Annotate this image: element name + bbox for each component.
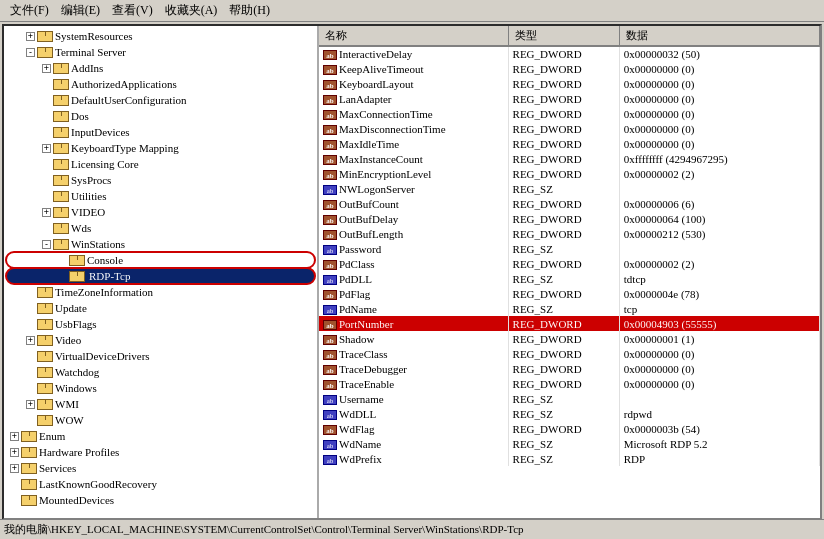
tree-item-wds[interactable]: Wds xyxy=(6,220,315,236)
table-row[interactable]: abTraceDebuggerREG_DWORD0x00000000 (0) xyxy=(319,361,820,376)
registry-tree[interactable]: +SystemResources-Terminal Server+AddInsA… xyxy=(4,26,319,518)
tree-item-lastkown[interactable]: LastKnownGoodRecovery xyxy=(6,476,315,492)
table-row[interactable]: abWdPrefixREG_SZRDP xyxy=(319,451,820,466)
tree-item-video2[interactable]: +Video xyxy=(6,332,315,348)
menu-file[interactable]: 文件(F) xyxy=(4,0,55,21)
table-row[interactable]: abUsernameREG_SZ xyxy=(319,391,820,406)
tree-item-utilities[interactable]: Utilities xyxy=(6,188,315,204)
tree-item-licensing[interactable]: Licensing Core xyxy=(6,156,315,172)
reg-name: abLanAdapter xyxy=(319,91,508,106)
tree-item-wow[interactable]: WOW xyxy=(6,412,315,428)
tree-item-label: Update xyxy=(55,302,87,314)
table-row[interactable]: abMaxIdleTimeREG_DWORD0x00000000 (0) xyxy=(319,136,820,151)
table-row[interactable]: abPdFlagREG_DWORD0x0000004e (78) xyxy=(319,286,820,301)
table-row[interactable]: abPortNumberREG_DWORD0x00004903 (55555) xyxy=(319,316,820,331)
tree-item-label: LastKnownGoodRecovery xyxy=(39,478,157,490)
table-row[interactable]: abShadowREG_DWORD0x00000001 (1) xyxy=(319,331,820,346)
expand-btn[interactable]: + xyxy=(42,208,51,217)
tree-item-mounteddev[interactable]: MountedDevices xyxy=(6,492,315,508)
table-row[interactable]: abWdNameREG_SZMicrosoft RDP 5.2 xyxy=(319,436,820,451)
tree-item-authapps[interactable]: AuthorizedApplications xyxy=(6,76,315,92)
expand-btn[interactable]: + xyxy=(10,464,19,473)
menu-edit[interactable]: 编辑(E) xyxy=(55,0,106,21)
tree-item-update[interactable]: Update xyxy=(6,300,315,316)
tree-item-dos[interactable]: Dos xyxy=(6,108,315,124)
reg-type-icon: ab xyxy=(323,65,337,75)
folder-icon xyxy=(53,142,69,154)
reg-data: 0x00000000 (0) xyxy=(619,106,819,121)
menu-view[interactable]: 查看(V) xyxy=(106,0,159,21)
expand-btn[interactable]: + xyxy=(42,144,51,153)
folder-icon xyxy=(37,350,53,362)
reg-type-icon: ab xyxy=(323,350,337,360)
table-row[interactable]: abWdDLLREG_SZrdpwd xyxy=(319,406,820,421)
expand-btn[interactable]: + xyxy=(10,432,19,441)
table-row[interactable]: abMaxDisconnectionTimeREG_DWORD0x0000000… xyxy=(319,121,820,136)
table-row[interactable]: abKeepAliveTimeoutREG_DWORD0x00000000 (0… xyxy=(319,61,820,76)
tree-item-windows[interactable]: Windows xyxy=(6,380,315,396)
table-row[interactable]: abNWLogonServerREG_SZ xyxy=(319,181,820,196)
table-row[interactable]: abPdClassREG_DWORD0x00000002 (2) xyxy=(319,256,820,271)
status-bar: 我的电脑\HKEY_LOCAL_MACHINE\SYSTEM\CurrentCo… xyxy=(0,519,824,539)
table-row[interactable]: abOutBufLengthREG_DWORD0x00000212 (530) xyxy=(319,226,820,241)
tree-item-kbtype[interactable]: +KeyboardType Mapping xyxy=(6,140,315,156)
reg-type: REG_SZ xyxy=(508,301,619,316)
expand-btn[interactable]: + xyxy=(10,448,19,457)
tree-item-label: InputDevices xyxy=(71,126,130,138)
folder-icon xyxy=(53,158,69,170)
tree-item-console[interactable]: Console xyxy=(6,252,315,268)
tree-item-label: Services xyxy=(39,462,76,474)
tree-item-sysres[interactable]: +SystemResources xyxy=(6,28,315,44)
reg-type-icon: ab xyxy=(323,305,337,315)
tree-item-tzinfo[interactable]: TimeZoneInformation xyxy=(6,284,315,300)
tree-item-hwprofiles[interactable]: +Hardware Profiles xyxy=(6,444,315,460)
col-data[interactable]: 数据 xyxy=(619,26,819,46)
table-row[interactable]: abMaxConnectionTimeREG_DWORD0x00000000 (… xyxy=(319,106,820,121)
menu-favorites[interactable]: 收藏夹(A) xyxy=(159,0,224,21)
tree-item-label: Console xyxy=(87,254,123,266)
expand-btn[interactable]: + xyxy=(42,64,51,73)
reg-data: 0x00000002 (2) xyxy=(619,166,819,181)
table-row[interactable]: abKeyboardLayoutREG_DWORD0x00000000 (0) xyxy=(319,76,820,91)
menu-bar: 文件(F) 编辑(E) 查看(V) 收藏夹(A) 帮助(H) xyxy=(0,0,824,22)
expand-btn[interactable]: + xyxy=(26,400,35,409)
table-row[interactable]: abPdNameREG_SZtcp xyxy=(319,301,820,316)
tree-item-video[interactable]: +VIDEO xyxy=(6,204,315,220)
table-row[interactable]: abMaxInstanceCountREG_DWORD0xffffffff (4… xyxy=(319,151,820,166)
table-row[interactable]: abInteractiveDelayREG_DWORD0x00000032 (5… xyxy=(319,46,820,61)
col-name[interactable]: 名称 xyxy=(319,26,508,46)
folder-icon xyxy=(53,190,69,202)
folder-icon xyxy=(53,94,69,106)
tree-item-usbflags[interactable]: UsbFlags xyxy=(6,316,315,332)
table-row[interactable]: abOutBufCountREG_DWORD0x00000006 (6) xyxy=(319,196,820,211)
table-row[interactable]: abPasswordREG_SZ xyxy=(319,241,820,256)
tree-item-watchdog[interactable]: Watchdog xyxy=(6,364,315,380)
registry-values-panel[interactable]: 名称 类型 数据 abInteractiveDelayREG_DWORD0x00… xyxy=(319,26,820,518)
tree-item-winstations[interactable]: -WinStations xyxy=(6,236,315,252)
col-type[interactable]: 类型 xyxy=(508,26,619,46)
table-row[interactable]: abOutBufDelayREG_DWORD0x00000064 (100) xyxy=(319,211,820,226)
tree-item-vdd[interactable]: VirtualDeviceDrivers xyxy=(6,348,315,364)
tree-item-rdp-tcp[interactable]: RDP-Tcp xyxy=(6,268,315,284)
table-row[interactable]: abWdFlagREG_DWORD0x0000003b (54) xyxy=(319,421,820,436)
table-row[interactable]: abMinEncryptionLevelREG_DWORD0x00000002 … xyxy=(319,166,820,181)
menu-help[interactable]: 帮助(H) xyxy=(223,0,276,21)
expand-btn[interactable]: + xyxy=(26,32,35,41)
table-row[interactable]: abLanAdapterREG_DWORD0x00000000 (0) xyxy=(319,91,820,106)
table-row[interactable]: abPdDLLREG_SZtdtcp xyxy=(319,271,820,286)
tree-item-services[interactable]: +Services xyxy=(6,460,315,476)
tree-item-wmi[interactable]: +WMI xyxy=(6,396,315,412)
collapse-btn[interactable]: - xyxy=(42,240,51,249)
table-row[interactable]: abTraceEnableREG_DWORD0x00000000 (0) xyxy=(319,376,820,391)
collapse-btn[interactable]: - xyxy=(26,48,35,57)
tree-item-inputdev[interactable]: InputDevices xyxy=(6,124,315,140)
tree-item-sysprocs[interactable]: SysProcs xyxy=(6,172,315,188)
tree-item-label: Utilities xyxy=(71,190,106,202)
tree-item-enum[interactable]: +Enum xyxy=(6,428,315,444)
tree-item-addins[interactable]: +AddIns xyxy=(6,60,315,76)
tree-item-ts[interactable]: -Terminal Server xyxy=(6,44,315,60)
table-row[interactable]: abTraceClassREG_DWORD0x00000000 (0) xyxy=(319,346,820,361)
expand-btn[interactable]: + xyxy=(26,336,35,345)
folder-icon xyxy=(53,238,69,250)
tree-item-defaultuser[interactable]: DefaultUserConfiguration xyxy=(6,92,315,108)
